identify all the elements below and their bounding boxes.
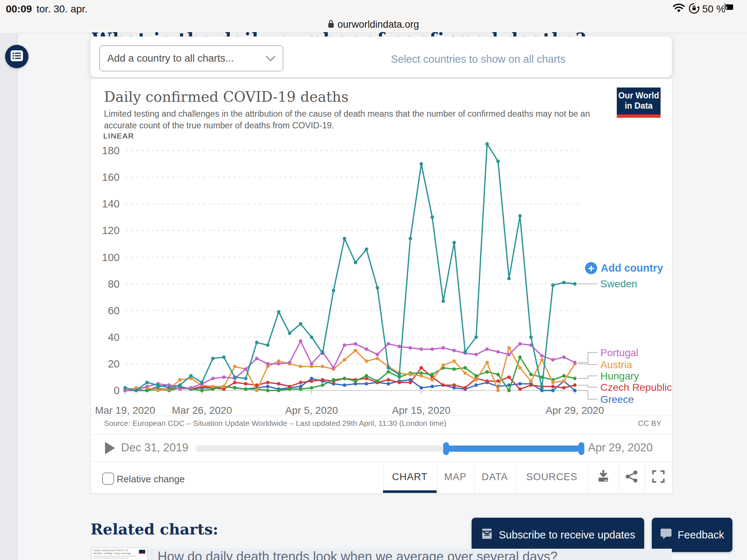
fullscreen-icon [652, 470, 665, 484]
status-time: 00:09 [6, 3, 32, 15]
source-note: Source: European CDC – Situation Update … [104, 419, 446, 428]
battery-icon [724, 4, 725, 10]
owid-logo-redbar [617, 114, 661, 118]
owid-logo: Our World in Data [617, 88, 661, 114]
license-label[interactable]: CC BY [638, 419, 661, 428]
chevron-down-icon [266, 52, 275, 64]
tab-chart[interactable]: CHART [383, 462, 437, 493]
related-chart-thumbnail[interactable]: Daily confirmed COVID-19 deaths, rolling… [91, 548, 148, 560]
feedback-button-label: Feedback [678, 529, 724, 541]
lock-icon [328, 20, 334, 30]
subscribe-button[interactable]: Subscribe to receive updates [472, 518, 644, 552]
tab-map[interactable]: MAP [437, 462, 474, 493]
divider [91, 434, 671, 435]
related-thumbnail-title: Daily confirmed COVID-19 deaths, rolling… [93, 549, 137, 555]
fullscreen-button[interactable] [645, 462, 672, 493]
owid-logo-line2: in Data [625, 101, 653, 111]
rotation-lock-icon [689, 3, 700, 15]
timeline-start-label[interactable]: Dec 31, 2019 [121, 441, 188, 454]
active-tab-underline [383, 490, 437, 493]
speech-bubble-icon [660, 528, 672, 542]
timeline-handle-end[interactable] [578, 442, 584, 455]
chart-title: Daily confirmed COVID-19 deaths [104, 89, 348, 105]
tab-data[interactable]: DATA [474, 462, 515, 493]
feedback-button[interactable]: Feedback [652, 518, 732, 552]
envelope-icon [481, 528, 493, 542]
owid-logo-mini [139, 550, 145, 554]
status-bar: 00:09 tor. 30. apr. 50 % [0, 0, 747, 16]
timeline-slider[interactable] [195, 446, 584, 452]
timeline-handle-start[interactable] [443, 442, 449, 455]
left-rail [0, 33, 18, 560]
select-countries-link[interactable]: Select countries to show on all charts [288, 53, 668, 65]
timeline-end-label[interactable]: Apr 29, 2020 [588, 441, 653, 454]
battery-percent: 50 % [702, 3, 725, 15]
wifi-icon [672, 3, 685, 15]
axis-scale-toggle[interactable]: LINEAR [103, 132, 134, 140]
subscribe-button-label: Subscribe to receive updates [499, 529, 635, 541]
share-icon [625, 470, 638, 485]
add-country-select[interactable]: Add a country to all charts... [99, 45, 283, 71]
add-country-button[interactable]: + Add country [585, 262, 663, 274]
download-icon [596, 470, 610, 485]
related-charts-heading: Related charts: [90, 521, 218, 538]
chart-card [90, 78, 673, 494]
timeline-selected-range[interactable] [446, 446, 584, 452]
download-button[interactable] [588, 462, 618, 493]
divider [91, 416, 671, 416]
tab-sources[interactable]: SOURCES [515, 462, 588, 493]
play-icon[interactable] [105, 442, 115, 454]
relative-change-label[interactable]: Relative change [117, 474, 185, 485]
page-heading: What is the daily number of confirmed de… [92, 32, 661, 36]
page-heading-clip: What is the daily number of confirmed de… [92, 32, 661, 36]
chart-subtitle: Limited testing and challenges in the at… [104, 108, 595, 132]
list-icon [11, 50, 23, 63]
url-domain: ourworldindata.org [337, 19, 419, 30]
screen: 00:09 tor. 30. apr. 50 % ourworldindata.… [0, 0, 747, 560]
table-of-contents-button[interactable] [5, 45, 28, 68]
url-field[interactable]: ourworldindata.org [0, 16, 747, 33]
owid-logo-line1: Our World [618, 91, 659, 101]
related-chart-link[interactable]: How do daily death trends look when we a… [158, 549, 558, 560]
add-country-button-label: Add country [601, 262, 663, 274]
add-country-select-placeholder: Add a country to all charts... [107, 52, 234, 64]
plus-icon: + [585, 262, 597, 274]
relative-change-checkbox[interactable] [102, 472, 114, 485]
share-button[interactable] [618, 462, 645, 493]
status-date: tor. 30. apr. [36, 3, 88, 15]
